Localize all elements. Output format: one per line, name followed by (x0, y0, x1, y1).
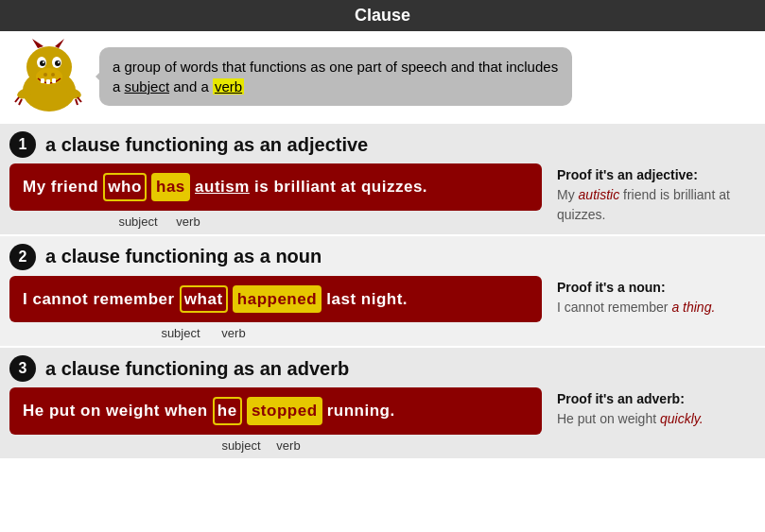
svg-point-14 (43, 73, 47, 77)
verb-word-stopped: stopped (247, 397, 322, 425)
section-noun-content: I cannot remember what happened last nig… (9, 276, 756, 341)
section-number-2: 2 (9, 244, 36, 270)
svg-line-19 (19, 99, 22, 105)
proof-panel-3: Proof it's an adverb: He put on weight q… (557, 387, 756, 429)
definition-verb: verb (213, 78, 244, 94)
mascot-image (9, 39, 90, 114)
svg-point-15 (51, 73, 55, 77)
svg-point-5 (55, 60, 61, 66)
section-adjective-content: My friend who has autism is brilliant at… (9, 163, 756, 229)
section-adverb-content: He put on weight when he stopped running… (9, 387, 756, 453)
section-title-1: a clause functioning as an adjective (45, 134, 368, 156)
proof-title-1: Proof it's an adjective: (557, 165, 756, 185)
proof-highlight-2: a thing. (671, 300, 715, 315)
subject-word-who: who (103, 173, 147, 201)
page-title: Clause (0, 0, 765, 31)
example-sentence-3: He put on weight when he stopped running… (9, 387, 542, 435)
proof-panel-1: Proof it's an adjective: My autistic fri… (557, 163, 756, 225)
section-noun: 2 a clause functioning as a noun I canno… (0, 236, 765, 347)
labels-row-2: subject verb (9, 326, 542, 340)
section-adjective: 1 a clause functioning as an adjective M… (0, 124, 765, 234)
verb-word-has: has (151, 173, 190, 201)
section-adverb: 3 a clause functioning as an adverb He p… (0, 348, 765, 458)
proof-panel-2: Proof it's a noun: I cannot remember a t… (557, 276, 756, 317)
section-number-3: 3 (9, 355, 36, 382)
section-title-3: a clause functioning as an adverb (45, 358, 349, 380)
subject-label-3: subject (219, 438, 263, 453)
subject-word-what: what (180, 285, 228, 314)
definition-text-middle: and a (169, 78, 213, 94)
section-adjective-header: 1 a clause functioning as an adjective (9, 131, 756, 158)
section-noun-header: 2 a clause functioning as a noun (9, 244, 756, 270)
proof-title-3: Proof it's an adverb: (557, 389, 756, 409)
section-number-1: 1 (9, 131, 36, 158)
svg-rect-11 (41, 78, 44, 83)
proof-title-2: Proof it's a noun: (557, 278, 756, 298)
svg-point-6 (43, 61, 44, 63)
definition-bubble: a group of words that functions as one p… (99, 47, 572, 106)
svg-line-21 (76, 99, 78, 105)
verb-label-2: verb (210, 326, 257, 340)
example-sentence-1: My friend who has autism is brilliant at… (9, 163, 542, 211)
proof-text-2: I cannot remember a thing. (557, 298, 756, 317)
intro-section: a group of words that functions as one p… (0, 31, 765, 122)
example-area-2: I cannot remember what happened last nig… (9, 276, 542, 341)
subject-word-he: he (213, 397, 242, 425)
autism-word: autism (195, 178, 250, 196)
verb-word-happened: happened (233, 285, 322, 314)
proof-text-3: He put on weight quickly. (557, 409, 756, 429)
definition-subject: subject (125, 78, 170, 94)
section-adverb-header: 3 a clause functioning as an adverb (9, 355, 756, 382)
verb-label-1: verb (165, 215, 212, 229)
svg-point-7 (58, 61, 60, 63)
verb-label-3: verb (265, 438, 312, 453)
svg-rect-13 (52, 78, 56, 83)
proof-highlight-1: autistic (579, 187, 620, 202)
svg-marker-9 (55, 39, 64, 48)
proof-text-1: My autistic friend is brilliant at quizz… (557, 185, 756, 225)
example-sentence-2: I cannot remember what happened last nig… (9, 276, 542, 323)
svg-line-20 (78, 97, 81, 102)
svg-line-18 (15, 97, 19, 102)
svg-rect-12 (46, 79, 50, 84)
svg-marker-8 (32, 39, 43, 48)
example-area-1: My friend who has autism is brilliant at… (9, 163, 542, 229)
labels-row-3: subject verb (9, 438, 542, 453)
subject-label-1: subject (113, 215, 163, 229)
svg-point-4 (40, 60, 45, 66)
subject-label-2: subject (153, 326, 208, 340)
labels-row-1: subject verb (9, 215, 542, 229)
proof-highlight-3: quickly. (660, 411, 704, 426)
example-area-3: He put on weight when he stopped running… (9, 387, 542, 453)
section-title-2: a clause functioning as a noun (45, 246, 322, 267)
